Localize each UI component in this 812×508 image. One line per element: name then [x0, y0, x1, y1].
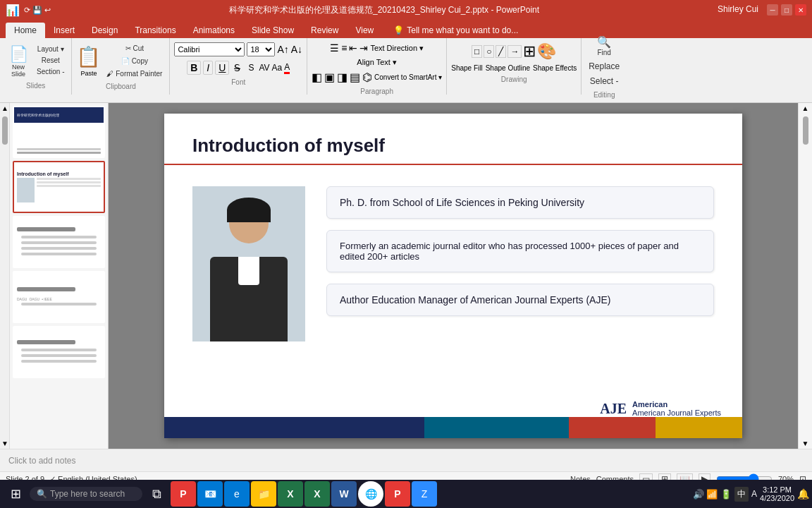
shadow-button[interactable]: S	[245, 62, 257, 73]
taskbar-search[interactable]: 🔍 Type here to search	[30, 487, 142, 501]
restore-button[interactable]: □	[781, 4, 792, 16]
right-scroll-down[interactable]: ▼	[801, 438, 811, 449]
taskbar-app-powerpoint[interactable]: P	[171, 481, 196, 507]
notification-bell[interactable]: 🔔	[797, 488, 809, 500]
slide-thumb-4[interactable]: DAGU OAGU • IEEE	[13, 271, 105, 323]
paste-button[interactable]: 📋	[76, 45, 101, 68]
tab-slideshow[interactable]: Slide Show	[243, 23, 302, 38]
zh-indicator[interactable]: 中	[734, 487, 749, 502]
tab-home[interactable]: Home	[6, 23, 45, 38]
start-button[interactable]: ⊞	[3, 481, 28, 507]
slide-thumb-5[interactable]	[13, 326, 105, 378]
tab-design[interactable]: Design	[83, 23, 126, 38]
bar-navy	[164, 417, 424, 438]
quick-access: ⟳ 💾 ↩	[24, 6, 51, 15]
shape-outline-button[interactable]: Shape Outline	[486, 64, 530, 72]
taskbar-app-word[interactable]: W	[331, 481, 357, 507]
quick-styles-button[interactable]: 🎨	[537, 42, 556, 61]
font-color-button[interactable]: A	[284, 62, 290, 74]
shape-fill-button[interactable]: Shape Fill	[451, 64, 482, 72]
right-scroll-thumb[interactable]	[803, 116, 808, 145]
numbering-button[interactable]: ≡	[341, 42, 347, 54]
taskbar-app-excel1[interactable]: X	[278, 481, 303, 507]
taskbar-app-edge[interactable]: e	[224, 481, 250, 507]
close-button[interactable]: ✕	[795, 4, 806, 16]
slides-panel: 科学研究和学术出版的伦理 Introduction of myself	[10, 103, 109, 449]
paragraph-group: ☰ ≡ ⇤ ⇥ Text Direction ▾ Align Text ▾ ◧ …	[307, 38, 447, 95]
section-button[interactable]: Section -	[34, 66, 67, 77]
tab-insert[interactable]: Insert	[45, 23, 83, 38]
scroll-down-button[interactable]: ▼	[0, 438, 9, 449]
text-case-button[interactable]: Aa	[272, 63, 283, 73]
slides-area: ▲ ▼ 科学研究和学术出版的伦理	[0, 103, 109, 449]
align-center-button[interactable]: ▣	[324, 71, 335, 84]
slide-bottom-bar	[164, 417, 742, 438]
taskview-button[interactable]: ⧉	[144, 481, 169, 507]
select-button[interactable]: Select -	[587, 75, 622, 87]
bullets-button[interactable]: ☰	[330, 42, 339, 54]
title-bar-left: 📊 ⟳ 💾 ↩	[6, 4, 51, 17]
shape-line[interactable]: ╱	[496, 45, 506, 58]
right-scrollbar: ▲ ▼	[798, 103, 812, 449]
taskbar-app-chrome[interactable]: 🌐	[358, 481, 383, 507]
ime-indicator[interactable]: A	[751, 489, 757, 499]
title-bar: 📊 ⟳ 💾 ↩ 科学研究和学术出版的伦理及道德规范_20210423_Shirl…	[0, 0, 812, 20]
align-text-button[interactable]: Align Text ▾	[357, 58, 397, 67]
slide-main[interactable]: Introduction of myself Ph. D. from Sch	[164, 114, 742, 438]
columns-button[interactable]: ⌬	[362, 71, 372, 84]
strikethrough-button[interactable]: S̶	[231, 61, 243, 74]
window-title: 科学研究和学术出版的伦理及道德规范_20210423_Shirley Cui_2…	[51, 4, 718, 16]
taskbar-right: 🔊 📶 🔋 中 A 3:12 PM 4/23/2020 🔔	[693, 485, 809, 502]
aje-logo: AJE American American Journal Experts	[600, 400, 721, 417]
font-size-select[interactable]: 18	[247, 42, 275, 56]
notes-placeholder[interactable]: Click to add notes	[8, 456, 75, 466]
align-left-button[interactable]: ◧	[312, 71, 322, 84]
tab-animations[interactable]: Animations	[185, 23, 243, 38]
copy-button[interactable]: 📄 Copy	[104, 56, 165, 66]
tab-transitions[interactable]: Transitions	[126, 23, 184, 38]
taskbar-app-zoom[interactable]: Z	[412, 481, 437, 507]
justify-button[interactable]: ▤	[350, 71, 360, 84]
slide-thumb-2[interactable]: Introduction of myself	[13, 161, 105, 213]
decrease-font-button[interactable]: A↓	[291, 44, 302, 55]
tab-review[interactable]: Review	[302, 23, 347, 38]
bold-button[interactable]: B	[187, 61, 201, 75]
scroll-thumb[interactable]	[2, 116, 8, 145]
font-family-select[interactable]: Calibri	[174, 42, 245, 56]
decrease-indent-button[interactable]: ⇤	[349, 42, 357, 54]
scroll-up-button[interactable]: ▲	[0, 103, 9, 114]
increase-font-button[interactable]: A↑	[277, 44, 288, 55]
layout-button[interactable]: Layout ▾	[34, 44, 67, 54]
taskbar-app-1[interactable]: 📧	[197, 481, 223, 507]
shape-effects-button[interactable]: Shape Effects	[533, 64, 577, 72]
system-icons: 🔊 📶 🔋	[693, 489, 732, 500]
shape-rect[interactable]: □	[472, 45, 482, 58]
slide-thumb-3[interactable]	[13, 216, 105, 268]
taskbar-app-excel2[interactable]: X	[304, 481, 330, 507]
align-right-button[interactable]: ◨	[337, 71, 347, 84]
char-spacing-button[interactable]: AV	[259, 63, 269, 73]
italic-button[interactable]: I	[203, 61, 213, 75]
replace-button[interactable]: Replace	[586, 60, 622, 73]
title-bar-right: Shirley Cui ─ □ ✕	[718, 4, 806, 16]
right-scroll-up[interactable]: ▲	[801, 103, 811, 114]
format-painter-button[interactable]: 🖌 Format Painter	[104, 68, 165, 79]
taskbar-clock[interactable]: 3:12 PM 4/23/2020	[760, 485, 794, 502]
shape-arrow[interactable]: →	[508, 45, 522, 58]
shape-oval[interactable]: ○	[484, 45, 494, 58]
minimize-button[interactable]: ─	[767, 4, 778, 16]
slide-thumb-1[interactable]: 科学研究和学术出版的伦理	[13, 106, 105, 158]
text-direction-button[interactable]: Text Direction ▾	[370, 44, 424, 53]
new-slide-button[interactable]: 📄 New Slide	[4, 44, 32, 79]
taskbar-app-ppt2[interactable]: P	[385, 481, 410, 507]
increase-indent-button[interactable]: ⇥	[359, 42, 368, 54]
tell-me-input[interactable]: 💡 Tell me what you want to do...	[388, 23, 524, 38]
cut-button[interactable]: ✂ Cut	[104, 43, 165, 54]
taskbar-app-folder[interactable]: 📁	[251, 481, 276, 507]
reset-button[interactable]: Reset	[34, 55, 67, 66]
underline-button[interactable]: U	[215, 61, 229, 75]
convert-smartart-button[interactable]: Convert to SmartArt ▾	[374, 73, 442, 81]
tab-view[interactable]: View	[347, 23, 382, 38]
arrange-button[interactable]: ⊞	[523, 42, 536, 61]
find-button[interactable]: 🔍 Find	[594, 34, 614, 58]
